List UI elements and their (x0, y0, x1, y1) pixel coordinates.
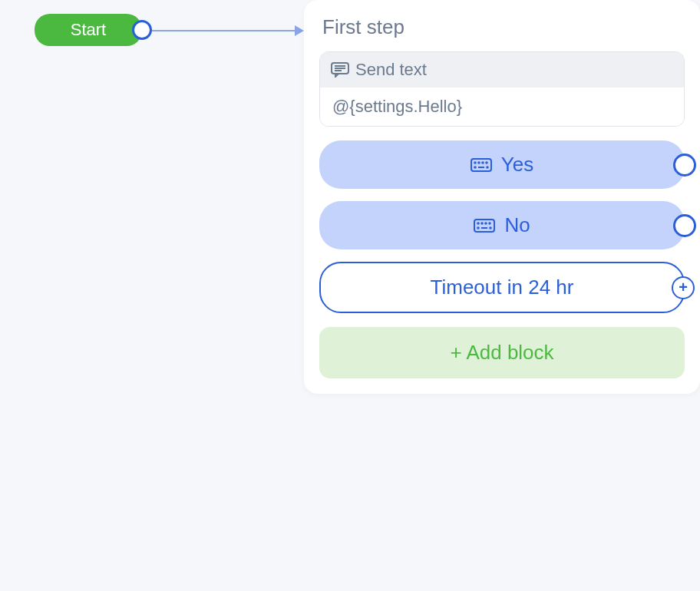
start-output-port[interactable] (132, 20, 152, 40)
start-label: Start (71, 20, 106, 40)
send-text-block[interactable]: Send text @{settings.Hello} (319, 51, 685, 127)
start-node[interactable]: Start (35, 14, 142, 46)
send-text-header: Send text (320, 52, 684, 87)
option-no-port[interactable] (673, 214, 696, 237)
svg-rect-12 (474, 220, 494, 232)
svg-rect-4 (471, 159, 491, 171)
option-yes-button[interactable]: Yes (319, 140, 685, 189)
keyboard-icon (474, 219, 495, 233)
connector-arrow (152, 29, 304, 35)
option-yes-port[interactable] (673, 154, 696, 177)
svg-point-7 (482, 162, 484, 163)
step-card[interactable]: First step Send text @{settings.Hello} Y (304, 0, 700, 394)
timeout-add-port[interactable]: + (672, 276, 695, 299)
option-no-label: No (504, 213, 530, 237)
svg-point-5 (474, 162, 476, 163)
svg-point-19 (490, 227, 492, 229)
timeout-button[interactable]: Timeout in 24 hr + (319, 262, 685, 313)
chat-icon (331, 62, 349, 78)
send-text-header-label: Send text (355, 60, 427, 80)
option-no-button[interactable]: No (319, 201, 685, 249)
svg-point-11 (487, 167, 488, 168)
svg-point-16 (490, 223, 491, 224)
svg-point-8 (486, 162, 487, 163)
svg-point-6 (478, 162, 480, 163)
option-yes-label: Yes (501, 153, 533, 177)
svg-point-17 (478, 227, 480, 229)
svg-point-13 (478, 223, 480, 224)
svg-point-9 (474, 167, 476, 168)
svg-point-15 (486, 223, 487, 224)
keyboard-icon (471, 158, 492, 172)
add-block-button[interactable]: + Add block (319, 327, 685, 378)
add-block-label: + Add block (450, 341, 553, 365)
svg-point-14 (482, 223, 484, 224)
step-title: First step (322, 15, 685, 39)
timeout-label: Timeout in 24 hr (431, 276, 574, 299)
send-text-body[interactable]: @{settings.Hello} (320, 87, 684, 126)
